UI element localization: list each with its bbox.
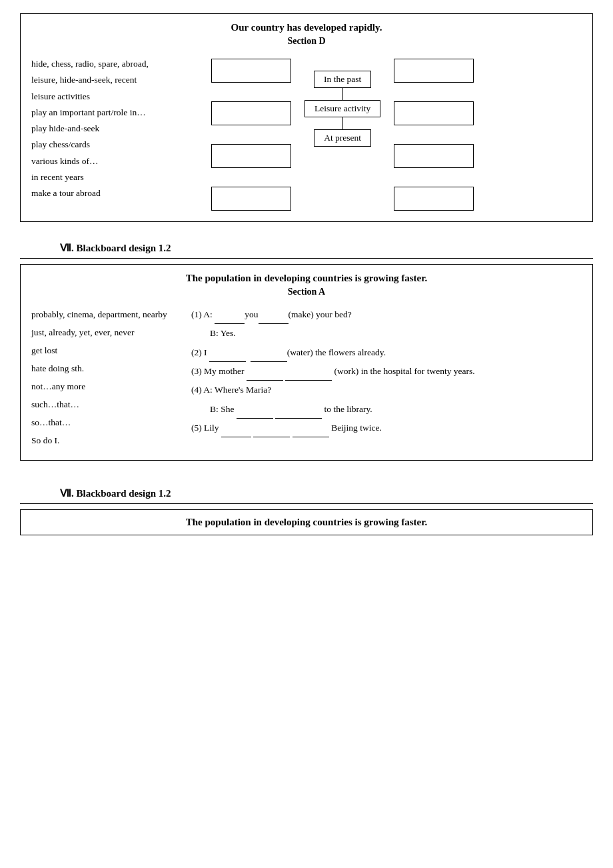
blank[interactable] [285, 370, 332, 381]
list-item: probably, cinema, department, nearby [31, 305, 178, 323]
blank[interactable] [215, 313, 245, 324]
list-item: leisure, hide-and-seek, recent [31, 72, 211, 88]
board1: Our country has developed rapidly. Secti… [20, 13, 593, 222]
board3: The population in developing countries i… [20, 509, 593, 535]
section7-first-heading: Ⅶ. Blackboard design 1.2 [60, 242, 593, 254]
board2-content: probably, cinema, department, nearby jus… [31, 305, 582, 449]
exercise-4b: B: She to the library. [191, 400, 582, 419]
exercise-2: (2) I (water) the flowers already. [191, 343, 582, 362]
blank[interactable] [275, 408, 322, 419]
list-item: such…that… [31, 395, 178, 413]
list-item: make a tour abroad [31, 185, 211, 201]
divider2 [342, 117, 343, 129]
left-boxes [211, 59, 291, 211]
input-box-5[interactable] [394, 59, 474, 83]
list-item: just, already, yet, ever, never [31, 323, 178, 341]
input-box-2[interactable] [211, 101, 291, 125]
board2-left: probably, cinema, department, nearby jus… [31, 305, 178, 449]
input-box-1[interactable] [211, 59, 291, 83]
board2: The population in developing countries i… [20, 264, 593, 461]
blank[interactable] [293, 427, 329, 437]
list-item: hate doing sth. [31, 359, 178, 377]
at-present-label: At present [314, 129, 371, 147]
exercise-3: (3) My mother (work) in the hospital for… [191, 362, 582, 381]
blank[interactable] [237, 408, 273, 419]
exercise-1: (1) A: you(make) your bed? [191, 305, 582, 324]
board2-subtitle: Section A [31, 287, 582, 297]
list-item: get lost [31, 341, 178, 359]
list-item: So do I. [31, 431, 178, 449]
list-item: various kinds of… [31, 153, 211, 169]
board1-title: Our country has developed rapidly. [31, 22, 582, 33]
input-box-7[interactable] [394, 144, 474, 168]
list-item: play an important part/role in… [31, 105, 211, 121]
blank[interactable] [247, 370, 283, 381]
section7-first-label: Ⅶ. Blackboard design 1.2 [60, 242, 593, 254]
list-item: leisure activities [31, 89, 211, 105]
blank[interactable] [253, 427, 290, 437]
board2-exercises: (1) A: you(make) your bed? B: Yes. (2) I… [191, 305, 582, 449]
list-item: play chess/cards [31, 137, 211, 153]
board3-title: The population in developing countries i… [31, 517, 582, 528]
board1-diagram: In the past Leisure activity At present [211, 56, 582, 211]
list-item: so…that… [31, 413, 178, 431]
blank[interactable] [209, 351, 246, 362]
input-box-8[interactable] [394, 187, 474, 211]
blank[interactable] [259, 313, 289, 324]
section7-second-heading: Ⅶ. Blackboard design 1.2 [60, 487, 593, 499]
divider1 [342, 88, 343, 100]
board1-content: hide, chess, radio, spare, abroad, leisu… [31, 56, 582, 211]
board1-left: hide, chess, radio, spare, abroad, leisu… [31, 56, 211, 202]
exercise-5: (5) Lily Beijing twice. [191, 419, 582, 437]
board1-subtitle: Section D [31, 36, 582, 47]
input-box-6[interactable] [394, 101, 474, 125]
in-the-past-label: In the past [314, 71, 371, 88]
blank[interactable] [251, 351, 287, 362]
right-boxes [394, 59, 474, 211]
blank[interactable] [221, 427, 251, 437]
section7-second-label: Ⅶ. Blackboard design 1.2 [60, 487, 593, 499]
list-item: in recent years [31, 169, 211, 185]
list-item: play hide-and-seek [31, 121, 211, 137]
section-divider-2 [20, 503, 593, 504]
center-labels: In the past Leisure activity At present [305, 59, 380, 159]
list-item: not…any more [31, 377, 178, 395]
exercise-4a: (4) A: Where's Maria? [191, 381, 582, 399]
input-box-4[interactable] [211, 187, 291, 211]
section-divider-1 [20, 258, 593, 259]
list-item: hide, chess, radio, spare, abroad, [31, 56, 211, 72]
exercise-1b: B: Yes. [191, 324, 582, 343]
input-box-3[interactable] [211, 144, 291, 168]
leisure-activity-label: Leisure activity [305, 100, 380, 117]
board2-title: The population in developing countries i… [31, 273, 582, 284]
